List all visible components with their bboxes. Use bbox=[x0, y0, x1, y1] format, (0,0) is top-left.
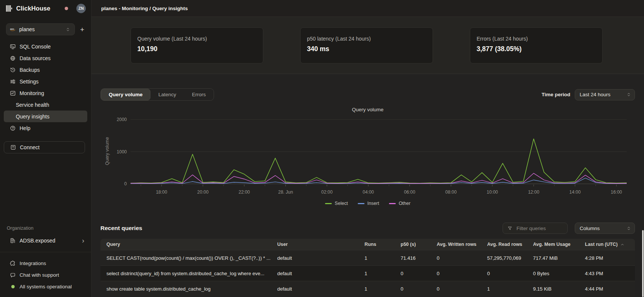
sidebar-item-settings[interactable]: Settings bbox=[4, 76, 87, 87]
cell-runs: 1 bbox=[358, 271, 395, 276]
svg-text:14:00: 14:00 bbox=[570, 189, 581, 195]
sidebar-item-data-sources[interactable]: Data sources bbox=[4, 52, 87, 64]
sidebar-item-backups[interactable]: Backups bbox=[4, 64, 87, 76]
sidebar-item-service-health[interactable]: Service health bbox=[4, 99, 87, 111]
connect-label: Connect bbox=[20, 144, 39, 150]
organization-item[interactable]: ADSB.exposed › bbox=[4, 235, 87, 247]
stat-card-p50-latency: p50 latency (Last 24 hours) 340 ms bbox=[300, 27, 433, 64]
column-header-user[interactable]: User bbox=[271, 242, 358, 247]
table-row[interactable]: select distrinct(query_id) from system.d… bbox=[100, 265, 635, 281]
svg-text:aws: aws bbox=[10, 28, 14, 30]
cell-last-run-utc: 4:43 PM bbox=[579, 271, 635, 276]
recent-queries-controls: Columns bbox=[503, 223, 635, 234]
stat-card-errors: Errors (Last 24 hours) 3,877 (38.05%) bbox=[470, 27, 603, 64]
column-header-label: Avg. Read rows bbox=[487, 242, 522, 247]
legend-label: Other bbox=[399, 201, 410, 206]
columns-select[interactable]: Columns bbox=[575, 223, 635, 234]
sidebar-item-label: Data sources bbox=[20, 55, 50, 61]
legend-swatch bbox=[358, 203, 365, 204]
add-service-button[interactable]: + bbox=[79, 26, 85, 33]
sidebar-nav: SQL ConsoleData sourcesBackupsSettingsMo… bbox=[0, 41, 91, 134]
sidebar-footer: IntegrationsChat with supportAll systems… bbox=[4, 258, 87, 292]
legend-swatch bbox=[325, 203, 332, 204]
table-row[interactable]: SELECT CAST(round(pow(count() / max(coun… bbox=[100, 250, 635, 265]
cell-avg-written-rows: 0 bbox=[431, 255, 481, 261]
tab-errors[interactable]: Errors bbox=[184, 89, 214, 100]
tab-latency[interactable]: Latency bbox=[150, 89, 184, 100]
connect-button[interactable]: Connect bbox=[4, 141, 85, 153]
sidebar-item-all-systems-operational[interactable]: All systems operational bbox=[4, 281, 87, 292]
column-header-runs[interactable]: Runs bbox=[358, 242, 395, 247]
sidebar-bottom: Organization ADSB.exposed › Integrations… bbox=[0, 226, 91, 297]
stat-label: Query volume (Last 24 hours) bbox=[137, 36, 257, 42]
stat-value: 3,877 (38.05%) bbox=[477, 45, 596, 53]
monitoring-icon bbox=[10, 90, 16, 96]
column-header-avg-mem-usage[interactable]: Avg. Mem Usage bbox=[527, 242, 579, 247]
time-period-value: Last 24 hours bbox=[580, 92, 611, 97]
organization-name: ADSB.exposed bbox=[20, 238, 55, 244]
cell-avg-read-rows: 0 bbox=[481, 271, 527, 276]
svg-text:12:00: 12:00 bbox=[528, 189, 539, 195]
column-header-avg-read-rows[interactable]: Avg. Read rows bbox=[481, 242, 527, 247]
query-cell: SELECT CAST(round(pow(count() / max(coun… bbox=[100, 255, 271, 261]
svg-text:08:00: 08:00 bbox=[445, 189, 457, 195]
cell-p50-s: 0 bbox=[395, 271, 431, 276]
terminal-icon bbox=[10, 44, 16, 50]
svg-text:02:00: 02:00 bbox=[321, 189, 333, 195]
sidebar-item-label: Integrations bbox=[20, 261, 46, 266]
caret-up-icon bbox=[620, 241, 626, 247]
column-header-avg-written-rows[interactable]: Avg. Written rows bbox=[431, 242, 481, 247]
organization-icon bbox=[10, 238, 16, 244]
sidebar-item-chat-with-support[interactable]: Chat with support bbox=[4, 269, 87, 281]
breadcrumb: planes - Monitoring / Query insights bbox=[101, 6, 188, 11]
backups-icon bbox=[10, 67, 16, 73]
stat-label: Errors (Last 24 hours) bbox=[477, 36, 596, 42]
query-cell: select distrinct(query_id) from system.d… bbox=[100, 271, 271, 276]
sidebar-item-help[interactable]: Help bbox=[4, 122, 87, 134]
clickhouse-logo[interactable] bbox=[6, 5, 13, 12]
scrollbar-thumb[interactable] bbox=[642, 230, 644, 297]
notification-dot[interactable] bbox=[65, 7, 68, 10]
time-period-select[interactable]: Last 24 hours bbox=[575, 89, 635, 100]
column-header-query[interactable]: Query bbox=[100, 242, 271, 247]
service-selector[interactable]: aws planes bbox=[6, 23, 75, 35]
sidebar-item-query-insights[interactable]: Query insights bbox=[4, 111, 87, 122]
integrations-icon bbox=[10, 261, 16, 267]
cell-avg-mem-usage: 9.15 KiB bbox=[527, 286, 579, 292]
stat-value: 340 ms bbox=[307, 45, 426, 53]
connect-icon bbox=[10, 144, 16, 150]
filter-queries-input[interactable] bbox=[516, 225, 564, 232]
column-header-p50-s[interactable]: p50 (s) bbox=[395, 242, 431, 247]
column-header-last-run-utc[interactable]: Last run (UTC) bbox=[579, 241, 635, 247]
chevron-updown-icon bbox=[626, 92, 632, 98]
legend-item-insert[interactable]: Insert bbox=[358, 201, 379, 206]
tab-query-volume[interactable]: Query volume bbox=[101, 89, 150, 100]
sidebar-item-label: Help bbox=[20, 125, 30, 131]
time-period-label: Time period bbox=[542, 92, 570, 97]
column-header-label: Last run (UTC) bbox=[585, 242, 618, 247]
sidebar-item-label: Settings bbox=[20, 79, 39, 85]
cell-avg-written-rows: 0 bbox=[431, 271, 481, 276]
sidebar-item-integrations[interactable]: Integrations bbox=[4, 258, 87, 269]
svg-text:22:00: 22:00 bbox=[238, 189, 250, 195]
status-ok-dot bbox=[11, 285, 15, 288]
legend-item-other[interactable]: Other bbox=[389, 201, 410, 206]
avatar[interactable]: ZN bbox=[76, 4, 86, 13]
settings-icon bbox=[10, 79, 16, 85]
svg-text:06:00: 06:00 bbox=[404, 189, 415, 195]
chart: Query volume 01000200018:0020:0022:0028.… bbox=[105, 113, 635, 198]
sidebar-item-sql-console[interactable]: SQL Console bbox=[4, 41, 87, 52]
legend-label: Insert bbox=[368, 201, 379, 206]
sidebar-item-monitoring[interactable]: Monitoring bbox=[4, 87, 87, 99]
svg-text:18:00: 18:00 bbox=[156, 189, 167, 195]
legend-label: Select bbox=[335, 201, 348, 206]
filter-queries-box bbox=[503, 223, 568, 234]
table-row[interactable]: show create table system.distributed_cac… bbox=[100, 281, 635, 296]
cell-user: default bbox=[271, 255, 358, 261]
svg-text:28. Jun: 28. Jun bbox=[278, 189, 293, 195]
legend-item-select[interactable]: Select bbox=[325, 201, 348, 206]
chart-tabs: Query volume Latency Errors bbox=[100, 88, 214, 101]
chart-canvas[interactable]: 01000200018:0020:0022:0028. Jun02:0004:0… bbox=[105, 113, 632, 198]
cell-last-run-utc: 4:28 PM bbox=[579, 255, 635, 261]
sidebar-item-label: Chat with support bbox=[20, 272, 59, 278]
